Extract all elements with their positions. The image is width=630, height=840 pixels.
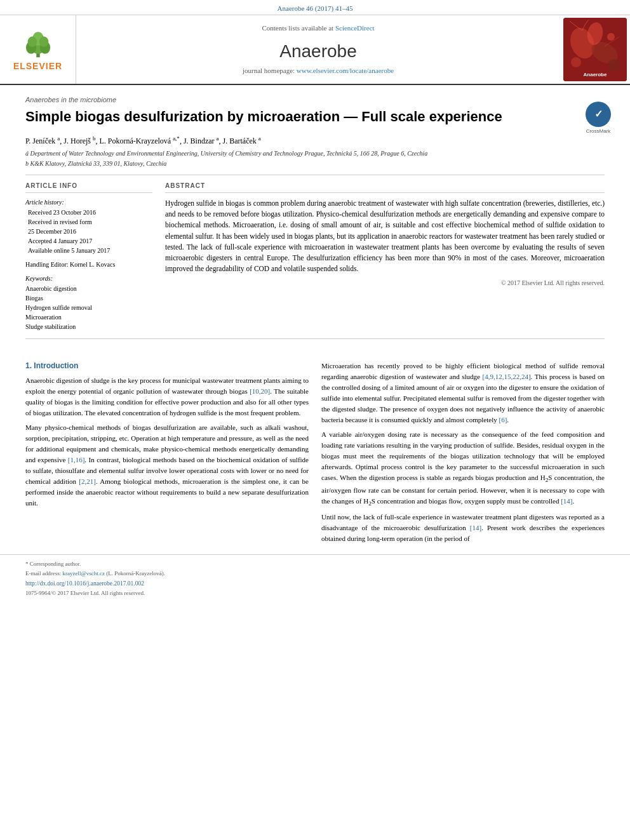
article-history: Article history: Received 23 October 201…: [25, 198, 152, 255]
article-info-col: ARTICLE INFO Article history: Received 2…: [25, 182, 152, 332]
journal-title: Anaerobe: [279, 39, 356, 63]
homepage-url[interactable]: www.elsevier.com/locate/anaerobe: [297, 67, 394, 74]
right-para-1: Microaeration has recently proved to be …: [321, 361, 605, 425]
affiliation-b: b K&K Klatovy, Zlatnická 33, 339 01, Kla…: [25, 159, 605, 168]
abstract-text: Hydrogen sulfide in biogas is common pro…: [165, 198, 605, 275]
page: Anaerobe 46 (2017) 41–45 ELSEVIER: [0, 0, 630, 840]
svg-point-13: [608, 59, 620, 72]
section-label: Anaerobes in the microbiome: [25, 95, 605, 105]
crossmark-badge: ✓ CrossMark: [586, 102, 611, 135]
journal-header: ELSEVIER Contents lists available at Sci…: [0, 15, 630, 85]
available-date: Available online 5 January 2017: [25, 246, 152, 255]
sciencedirect-link[interactable]: ScienceDirect: [335, 24, 375, 32]
journal-cover-art: Anaerobe: [563, 18, 627, 81]
history-label: Article history:: [25, 198, 152, 207]
sciencedirect-line: Contents lists available at ScienceDirec…: [262, 23, 374, 33]
keywords-section: Keywords: Anaerobic digestion Biogas Hyd…: [25, 274, 152, 331]
author-5: J. Bartáček a: [223, 137, 261, 145]
journal-thumbnail: Anaerobe: [563, 18, 627, 81]
intro-heading: 1. Introduction: [25, 361, 309, 371]
footer-doi[interactable]: http://dx.doi.org/10.1016/j.anaerobe.201…: [25, 580, 605, 588]
ref-14b: [14]: [470, 524, 481, 531]
ref-10-20: [10,20]: [250, 387, 270, 395]
author-4: J. Bindzar a: [184, 137, 219, 145]
journal-thumbnail-area: Anaerobe: [560, 15, 630, 84]
keywords-label: Keywords:: [25, 274, 152, 283]
crossmark-icon: ✓: [586, 102, 611, 127]
author-1: P. Jeníček a: [25, 137, 60, 145]
footer-area: * Corresponding author. E-mail address: …: [0, 554, 630, 602]
journal-ref: Anaerobe 46 (2017) 41–45: [278, 4, 353, 12]
intro-para-2: Many physico-chemical methods of biogas …: [25, 422, 309, 509]
title-area: Simple biogas desulfurization by microae…: [25, 108, 586, 133]
copyright-line: © 2017 Elsevier Ltd. All rights reserved…: [165, 279, 605, 288]
right-para-2: A variable air/oxygen dosing rate is nec…: [321, 429, 605, 508]
homepage-prefix: journal homepage:: [243, 67, 297, 74]
main-content: 1. Introduction Anaerobic digestion of s…: [0, 361, 630, 548]
abstract-paragraph: Hydrogen sulfide in biogas is common pro…: [165, 198, 605, 275]
svg-point-12: [607, 33, 615, 41]
intro-para-1: Anaerobic digestion of sludge is the key…: [25, 375, 309, 418]
ref-1-16: [1,16]: [68, 456, 85, 463]
author-2: J. Horejš b: [64, 137, 95, 145]
main-col-left: 1. Introduction Anaerobic digestion of s…: [25, 361, 309, 548]
ref-2-21: [2,21]: [79, 477, 96, 485]
affiliation-a: á Department of Water Technology and Env…: [25, 149, 605, 158]
keyword-3: Hydrogen sulfide removal: [25, 303, 152, 312]
abstract-col: ABSTRACT Hydrogen sulfide in biogas is c…: [165, 182, 605, 332]
ref-4-9-12: [4,9,12,15,22,24]: [483, 373, 531, 380]
elsevier-logo-area: ELSEVIER: [0, 15, 76, 84]
keyword-1: Anaerobic digestion: [25, 284, 152, 293]
info-abstract-section: ARTICLE INFO Article history: Received 2…: [25, 182, 605, 332]
article-info-title: ARTICLE INFO: [25, 182, 152, 193]
accepted-date: Accepted 4 January 2017: [25, 237, 152, 246]
author-3: L. Pokorná-Krayzelová a,*: [100, 137, 180, 145]
footer-email-person: (L. Pokorná-Krayzelová).: [106, 570, 165, 577]
keyword-2: Biogas: [25, 294, 152, 303]
handling-editor: Handling Editor: Kornel L. Kovacs: [25, 260, 152, 269]
svg-text:Anaerobe: Anaerobe: [584, 72, 607, 77]
ref-6: [6]: [499, 416, 507, 423]
keyword-5: Sludge stabilization: [25, 323, 152, 331]
journal-homepage-line: journal homepage: www.elsevier.com/locat…: [243, 66, 394, 76]
keyword-4: Microaeration: [25, 313, 152, 322]
sciencedirect-prefix: Contents lists available at: [262, 24, 335, 32]
svg-point-6: [39, 36, 48, 46]
received-date-2: 25 December 2016: [25, 227, 152, 236]
main-col-right: Microaeration has recently proved to be …: [321, 361, 605, 548]
svg-point-11: [571, 57, 581, 67]
footer-email-line: E-mail address: krayzell@vscht.cz (L. Po…: [25, 570, 605, 578]
article-body: Anaerobes in the microbiome Simple bioga…: [0, 85, 630, 351]
elsevier-logo: ELSEVIER: [13, 27, 62, 73]
abstract-title: ABSTRACT: [165, 182, 605, 193]
footer-corresp-note: * Corresponding author.: [25, 560, 605, 568]
article-title: Simple biogas desulfurization by microae…: [25, 108, 586, 126]
divider-1: [25, 175, 605, 175]
footer-email[interactable]: krayzell@vscht.cz: [62, 570, 105, 577]
journal-ref-bar: Anaerobe 46 (2017) 41–45: [0, 0, 630, 15]
authors-line: P. Jeníček a, J. Horejš b, L. Pokorná-Kr…: [25, 135, 605, 147]
right-para-3: Until now, the lack of full-scale experi…: [321, 512, 605, 544]
ref-14a: [14]: [561, 497, 572, 505]
received-date-1: Received 23 October 2016: [25, 208, 152, 217]
svg-point-5: [27, 36, 37, 46]
elsevier-wordmark: ELSEVIER: [13, 60, 62, 73]
email-label: E-mail address:: [25, 570, 62, 577]
footer-issn: 1075-9964/© 2017 Elsevier Ltd. All right…: [25, 589, 605, 597]
elsevier-tree-icon: [19, 27, 57, 59]
journal-info-center: Contents lists available at ScienceDirec…: [76, 15, 560, 84]
revised-label: Received in revised form: [25, 218, 152, 227]
divider-2: [25, 338, 605, 339]
